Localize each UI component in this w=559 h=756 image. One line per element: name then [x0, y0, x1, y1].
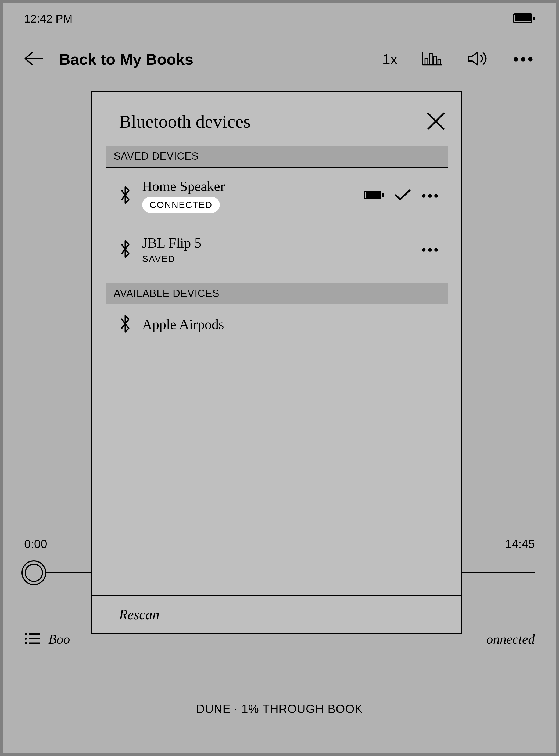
device-more-icon[interactable]: ••• — [422, 242, 440, 257]
available-devices-header: AVAILABLE DEVICES — [106, 283, 448, 304]
total-time: 14:45 — [505, 537, 535, 551]
svg-rect-5 — [433, 56, 437, 65]
device-name: Home Speaker — [142, 178, 225, 194]
equalizer-icon[interactable] — [422, 50, 443, 68]
bluetooth-icon — [119, 186, 131, 205]
battery-icon — [513, 13, 535, 25]
device-battery-icon — [364, 190, 384, 201]
device-name: JBL Flip 5 — [142, 235, 202, 251]
rescan-button[interactable]: Rescan — [119, 606, 434, 622]
bluetooth-icon — [119, 315, 131, 334]
device-status-badge: CONNECTED — [142, 197, 220, 213]
saved-devices-header: SAVED DEVICES — [106, 145, 448, 168]
device-name: Apple Airpods — [142, 317, 224, 332]
svg-rect-11 — [366, 192, 380, 198]
device-row[interactable]: JBL Flip 5 SAVED ••• — [106, 224, 448, 275]
status-time: 12:42 PM — [24, 13, 72, 25]
svg-rect-2 — [533, 17, 535, 20]
bluetooth-devices-modal: Bluetooth devices SAVED DEVICES Home Spe… — [91, 91, 462, 634]
device-row[interactable]: Apple Airpods — [106, 304, 448, 344]
svg-rect-1 — [515, 15, 531, 21]
svg-rect-12 — [382, 193, 383, 197]
elapsed-time: 0:00 — [24, 537, 47, 551]
top-nav: Back to My Books 1x ••• — [3, 43, 556, 75]
svg-rect-6 — [438, 60, 441, 65]
svg-rect-3 — [425, 59, 428, 65]
device-more-icon[interactable]: ••• — [422, 188, 440, 203]
back-arrow-icon[interactable] — [24, 52, 43, 66]
svg-point-9 — [25, 642, 27, 644]
check-icon — [395, 189, 411, 202]
more-menu-icon[interactable]: ••• — [513, 50, 535, 69]
progress-knob[interactable] — [22, 560, 46, 585]
volume-icon[interactable] — [467, 50, 489, 68]
svg-rect-4 — [429, 54, 432, 65]
connection-label-partial: onnected — [487, 631, 535, 647]
book-progress: DUNE · 1% THROUGH BOOK — [3, 702, 556, 716]
modal-footer: Rescan — [92, 595, 462, 633]
playback-speed[interactable]: 1x — [382, 51, 398, 67]
svg-point-8 — [25, 638, 27, 640]
modal-title: Bluetooth devices — [119, 111, 250, 132]
svg-point-7 — [25, 633, 27, 635]
chapter-label-partial: Boo — [48, 631, 70, 647]
close-icon[interactable] — [426, 112, 445, 132]
device-row[interactable]: Home Speaker CONNECTED ••• — [106, 168, 448, 224]
chapters-icon[interactable] — [24, 632, 40, 646]
device-status: SAVED — [142, 254, 202, 264]
back-label[interactable]: Back to My Books — [59, 50, 194, 68]
status-bar: 12:42 PM — [3, 3, 556, 35]
bluetooth-icon — [119, 240, 131, 259]
